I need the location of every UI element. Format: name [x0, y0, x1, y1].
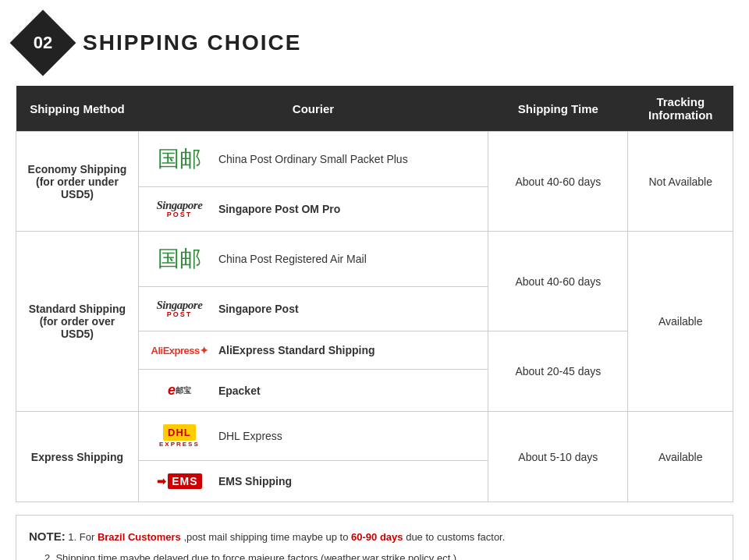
note-line1-middle: ,post mail shipping time maybe up to — [183, 531, 351, 543]
courier-singpost-standard: Singapore POST Singapore Post — [138, 287, 488, 331]
table-row: Express Shipping DHL EXPRESS DHL Express… — [16, 412, 733, 461]
page-header: 02 SHIPPING CHOICE — [16, 16, 733, 70]
tracking-express: Available — [628, 412, 733, 502]
time-standard-2: About 20-45 days — [488, 331, 628, 412]
courier-dhl: DHL EXPRESS DHL Express — [138, 412, 488, 461]
note-60-90-days: 60-90 days — [351, 531, 403, 543]
table-row: Standard Shipping(for order over USD5) 国… — [16, 232, 733, 287]
singpost-icon: Singapore POST — [156, 299, 202, 318]
chinapost-logo: 国邮 — [148, 144, 211, 174]
courier-row: AliExpress✦ AliExpress Standard Shipping — [148, 339, 478, 361]
courier-row: e邮宝 Epacket — [148, 377, 478, 403]
epacket-logo: e邮宝 — [148, 382, 211, 399]
col-courier: Courier — [138, 86, 488, 132]
courier-aliexpress: AliExpress✦ AliExpress Standard Shipping — [138, 331, 488, 370]
method-economy: Economy Shipping(for order under USD5) — [16, 132, 139, 232]
courier-name: EMS Shipping — [218, 475, 292, 487]
singpost-icon: Singapore POST — [156, 200, 202, 218]
dhl-express-text: EXPRESS — [159, 441, 200, 448]
courier-chinapost-standard: 国邮 China Post Registered Air Mail — [138, 232, 488, 287]
badge-number: 02 — [34, 33, 52, 53]
note-brazil-customers: Brazil Customers — [98, 531, 181, 543]
tracking-economy: Not Available — [628, 132, 733, 232]
ems-logo: ➡ EMS — [148, 473, 211, 489]
table-row: Economy Shipping(for order under USD5) 国… — [16, 132, 733, 187]
note-section: NOTE: 1. For Brazil Customers ,post mail… — [16, 515, 733, 560]
dhl-logo: DHL EXPRESS — [148, 424, 211, 448]
col-time: Shipping Time — [488, 86, 628, 132]
time-standard-1: About 40-60 days — [488, 232, 628, 331]
method-standard: Standard Shipping(for order over USD5) — [16, 232, 139, 412]
courier-row: Singapore POST Singapore Post — [148, 295, 478, 323]
time-express: About 5-10 days — [488, 412, 628, 502]
time-economy: About 40-60 days — [488, 132, 628, 232]
col-method: Shipping Method — [16, 86, 139, 132]
courier-chinapost-economy: 国邮 China Post Ordinary Small Packet Plus — [138, 132, 488, 187]
aliexpress-icon: AliExpress✦ — [151, 345, 208, 356]
courier-singpost-economy: Singapore POST Singapore Post OM Pro — [138, 187, 488, 232]
courier-row: Singapore POST Singapore Post OM Pro — [148, 195, 478, 223]
dhl-icon: DHL — [163, 424, 196, 441]
step-badge: 02 — [16, 16, 70, 70]
courier-epacket: e邮宝 Epacket — [138, 370, 488, 412]
method-express: Express Shipping — [16, 412, 139, 502]
note-line-2: 2. Shipping time maybe delayed due to fo… — [44, 550, 720, 561]
courier-name: China Post Ordinary Small Packet Plus — [218, 153, 408, 165]
col-tracking: Tracking Information — [628, 86, 733, 132]
courier-row: 国邮 China Post Ordinary Small Packet Plus — [148, 140, 478, 179]
courier-row: ➡ EMS EMS Shipping — [148, 469, 478, 494]
courier-name: Epacket — [218, 385, 261, 397]
chinapost-logo: 国邮 — [148, 244, 211, 274]
page-title: SHIPPING CHOICE — [83, 30, 301, 55]
courier-name: Singapore Post — [218, 303, 299, 315]
courier-row: 国邮 China Post Registered Air Mail — [148, 239, 478, 278]
aliexpress-logo: AliExpress✦ — [148, 345, 211, 356]
ems-icon: ➡ EMS — [157, 473, 201, 489]
tracking-standard: Available — [628, 232, 733, 412]
courier-name: DHL Express — [218, 430, 282, 442]
courier-name: Singapore Post OM Pro — [218, 203, 340, 215]
note-line1-prefix: 1. For — [68, 531, 98, 543]
epacket-icon: e — [168, 382, 176, 399]
note-label: NOTE: — [29, 530, 66, 543]
singpost-logo: Singapore POST — [148, 299, 211, 318]
singpost-logo: Singapore POST — [148, 200, 211, 218]
note-line-1: NOTE: 1. For Brazil Customers ,post mail… — [29, 526, 720, 547]
courier-row: DHL EXPRESS DHL Express — [148, 420, 478, 452]
note-line1-suffix: due to customs factor. — [406, 531, 505, 543]
shipping-table: Shipping Method Courier Shipping Time Tr… — [16, 86, 733, 502]
chinapost-icon: 国邮 — [158, 144, 201, 174]
courier-name: AliExpress Standard Shipping — [218, 344, 375, 356]
chinapost-icon: 国邮 — [158, 244, 201, 274]
courier-ems: ➡ EMS EMS Shipping — [138, 461, 488, 502]
courier-name: China Post Registered Air Mail — [218, 253, 367, 265]
table-header-row: Shipping Method Courier Shipping Time Tr… — [16, 86, 733, 132]
